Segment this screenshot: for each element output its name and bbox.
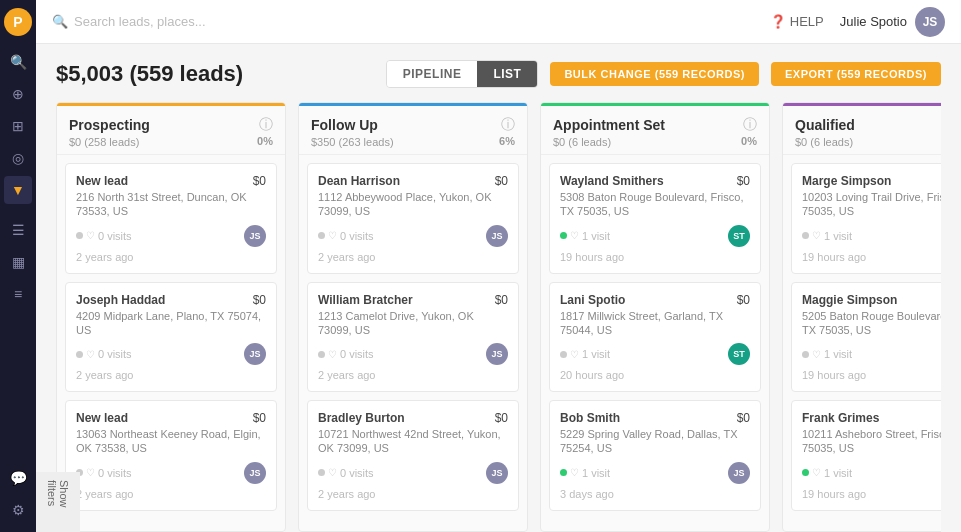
bulk-change-button[interactable]: BULK CHANGE (559 RECORDS) [550,62,759,86]
search-placeholder: Search leads, places... [74,14,206,29]
chat-sidebar-icon[interactable]: 💬 [4,464,32,492]
list-item[interactable]: Bradley Burton $0 10721 Northwest 42nd S… [307,400,519,511]
card-time: 2 years ago [76,369,133,381]
card-name: Marge Simpson [802,174,891,188]
card-amount: $0 [495,293,508,307]
filter-sidebar-icon[interactable]: ▼ [4,176,32,204]
card-amount: $0 [495,174,508,188]
list-item[interactable]: Bob Smith $0 5229 Spring Valley Road, Da… [549,400,761,511]
card-time: 2 years ago [318,251,375,263]
col-subtitle-appointment: $0 (6 leads) [553,136,611,148]
card-visits: ♡1 visit [560,230,610,242]
location-sidebar-icon[interactable]: ◎ [4,144,32,172]
visit-icon: ♡ [86,349,95,360]
user-area[interactable]: Julie Spotio JS [840,7,945,37]
list-sidebar-icon[interactable]: ☰ [4,216,32,244]
status-dot [318,351,325,358]
card-amount: $0 [253,174,266,188]
visit-count: 1 visit [582,348,610,360]
col-percent-prospecting: 0% [257,135,273,147]
card-avatar: JS [244,462,266,484]
list-item[interactable]: Lani Spotio $0 1817 Millwick Street, Gar… [549,282,761,393]
visit-count: 0 visits [98,230,132,242]
list-item[interactable]: Joseph Haddad $0 4209 Midpark Lane, Plan… [65,282,277,393]
list-item[interactable]: Marge Simpson $0 10203 Loving Trail Driv… [791,163,941,274]
card-time: 19 hours ago [802,488,866,500]
info-icon-followup[interactable]: ⓘ [501,116,515,134]
info-icon-prospecting[interactable]: ⓘ [259,116,273,134]
list-item[interactable]: William Bratcher $0 1213 Camelot Drive, … [307,282,519,393]
visit-count: 1 visit [824,348,852,360]
card-amount: $0 [737,174,750,188]
search-area[interactable]: 🔍 Search leads, places... [52,14,206,29]
card-address: 5229 Spring Valley Road, Dallas, TX 7525… [560,427,750,456]
column-followup: Follow Up ⓘ $350 (263 leads) 6% Dean Har… [298,102,528,532]
card-amount: $0 [737,293,750,307]
card-address: 13063 Northeast Keeney Road, Elgin, OK 7… [76,427,266,456]
card-name: Bradley Burton [318,411,405,425]
visit-count: 0 visits [340,230,374,242]
calendar-sidebar-icon[interactable]: ▦ [4,248,32,276]
export-button[interactable]: EXPORT (559 RECORDS) [771,62,941,86]
card-time: 19 hours ago [802,251,866,263]
content-area: $5,003 (559 leads) PIPELINE LIST BULK CH… [36,44,961,532]
status-dot [802,469,809,476]
column-appointment: Appointment Set ⓘ $0 (6 leads) 0% Waylan… [540,102,770,532]
card-name: Wayland Smithers [560,174,664,188]
card-visits: ♡0 visits [76,348,132,360]
settings-sidebar-icon[interactable]: ⚙ [4,496,32,524]
card-visits: ♡0 visits [76,230,132,242]
search-sidebar-icon[interactable]: 🔍 [4,48,32,76]
help-button[interactable]: ❓ HELP [770,14,824,29]
list-item[interactable]: Frank Grimes $0 10211 Asheboro Street, F… [791,400,941,511]
card-visits: ♡1 visit [560,348,610,360]
visit-icon: ♡ [570,230,579,241]
column-header-prospecting: Prospecting ⓘ $0 (258 leads) 0% [57,106,285,155]
visit-icon: ♡ [812,467,821,478]
card-avatar: JS [486,343,508,365]
visit-icon: ♡ [570,349,579,360]
card-address: 1817 Millwick Street, Garland, TX 75044,… [560,309,750,338]
list-item[interactable]: Dean Harrison $0 1112 Abbeywood Place, Y… [307,163,519,274]
visit-icon: ♡ [812,230,821,241]
card-time: 2 years ago [318,488,375,500]
status-dot [560,351,567,358]
visit-icon: ♡ [328,230,337,241]
card-amount: $0 [495,411,508,425]
view-toggle: PIPELINE LIST [386,60,539,88]
user-name: Julie Spotio [840,14,907,29]
visit-icon: ♡ [328,349,337,360]
visit-count: 1 visit [824,467,852,479]
visit-icon: ♡ [86,467,95,478]
show-filters-button[interactable]: Show filters [36,472,80,532]
list-item[interactable]: New lead $0 13063 Northeast Keeney Road,… [65,400,277,511]
card-address: 1213 Camelot Drive, Yukon, OK 73099, US [318,309,508,338]
list-item[interactable]: New lead $0 216 North 31st Street, Dunca… [65,163,277,274]
list-button[interactable]: LIST [477,61,537,87]
search-icon: 🔍 [52,14,68,29]
menu2-sidebar-icon[interactable]: ≡ [4,280,32,308]
add-sidebar-icon[interactable]: ⊕ [4,80,32,108]
grid-sidebar-icon[interactable]: ⊞ [4,112,32,140]
card-address: 5308 Baton Rouge Boulevard, Frisco, TX 7… [560,190,750,219]
list-item[interactable]: Maggie Simpson $0 5205 Baton Rouge Boule… [791,282,941,393]
status-dot [318,469,325,476]
col-title-prospecting: Prospecting [69,117,150,133]
col-title-followup: Follow Up [311,117,378,133]
card-address: 216 North 31st Street, Duncan, OK 73533,… [76,190,266,219]
col-cards-followup: Dean Harrison $0 1112 Abbeywood Place, Y… [299,155,527,531]
status-dot [560,232,567,239]
column-header-qualified: Qualified ⓘ $0 (6 leads) 0% [783,106,941,155]
app-logo: P [4,8,32,36]
status-dot [802,351,809,358]
status-dot [76,232,83,239]
info-icon-appointment[interactable]: ⓘ [743,116,757,134]
card-avatar: ST [728,343,750,365]
status-dot [76,351,83,358]
list-item[interactable]: Wayland Smithers $0 5308 Baton Rouge Bou… [549,163,761,274]
pipeline-button[interactable]: PIPELINE [387,61,478,87]
card-avatar: JS [486,462,508,484]
status-dot [560,469,567,476]
card-time: 19 hours ago [802,369,866,381]
card-name: Dean Harrison [318,174,400,188]
